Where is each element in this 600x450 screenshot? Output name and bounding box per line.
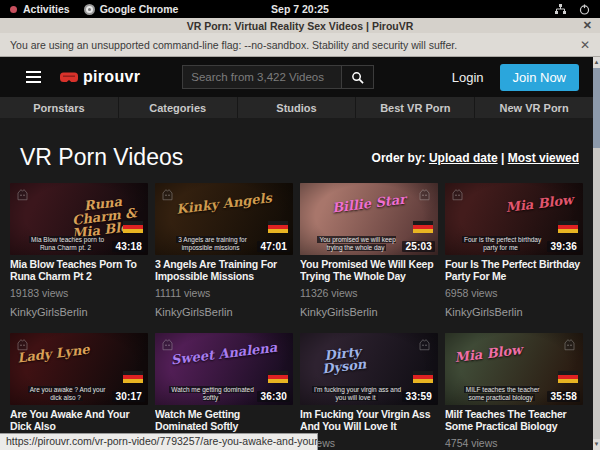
video-duration-badge: 33:59 — [402, 391, 435, 402]
video-title-link[interactable]: Four Is The Perfect Birthday Party For M… — [445, 258, 583, 282]
cat-mask-logo-icon — [15, 187, 30, 202]
studio-link[interactable]: KinkyGirlsBerlin — [10, 306, 148, 320]
vertical-scrollbar[interactable]: ▲ ▼ — [593, 57, 600, 450]
network-tree-icon[interactable] — [554, 4, 567, 15]
video-card[interactable]: Mia Blow Four is the perfect birthday pa… — [445, 183, 583, 320]
window-close-icon[interactable]: ✕ — [583, 18, 592, 33]
cat-mask-logo-icon — [160, 337, 175, 352]
join-now-button[interactable]: Join Now — [500, 64, 579, 91]
video-grid: Runa Charm & Mia Blow Mia Blow teaches p… — [0, 180, 593, 450]
german-flag-icon — [413, 371, 433, 383]
video-views: 4754 views — [445, 437, 583, 449]
video-card[interactable]: Billie Star You promised we will keep tr… — [300, 183, 438, 320]
status-url-tooltip: https://pirouvr.com/vr-porn-video/779325… — [0, 433, 318, 450]
video-card[interactable]: Mia Blow MILF teaches the teacher some p… — [445, 333, 583, 450]
video-duration-badge: 47:01 — [257, 241, 290, 252]
video-card[interactable]: Kinky Angels 3 Angels are training for i… — [155, 183, 293, 320]
thumbnail-caption-text: I'm fucking your virgin ass and you will… — [311, 386, 402, 402]
studio-link[interactable]: KinkyGirlsBerlin — [300, 306, 438, 320]
video-title-link[interactable]: You Promised We Will Keep Trying The Who… — [300, 258, 438, 282]
video-duration-badge: 36:30 — [257, 391, 290, 402]
video-title-link[interactable]: Im Fucking Your Virgin Ass And You Will … — [300, 408, 438, 432]
thumbnail-caption-text: 3 Angels are training for impossible mis… — [166, 236, 257, 252]
video-thumbnail[interactable]: Sweet Analena Watch me getting dominated… — [155, 333, 293, 405]
scrollbar-up-icon[interactable]: ▲ — [593, 57, 600, 68]
chrome-warning-bar: You are using an unsupported command-lin… — [0, 33, 600, 57]
nav-item-pornstars[interactable]: Pornstars — [0, 97, 118, 118]
scrollbar-down-icon[interactable]: ▼ — [593, 439, 600, 450]
nav-item-studios[interactable]: Studios — [237, 97, 356, 118]
power-icon[interactable] — [579, 4, 590, 15]
main-nav: Pornstars Categories Studios Best VR Por… — [0, 97, 593, 118]
german-flag-icon — [558, 371, 578, 383]
video-title-link[interactable]: Mia Blow Teaches Porn To Runa Charm Pt 2 — [10, 258, 148, 282]
video-thumbnail[interactable]: Lady Lyne Are you awake ? And your dick … — [10, 333, 148, 405]
video-title-link[interactable]: Milf Teaches The Teacher Some Practical … — [445, 408, 583, 432]
video-title-link[interactable]: 3 Angels Are Training For Impossible Mis… — [155, 258, 293, 282]
german-flag-icon — [123, 371, 143, 383]
vr-goggles-icon — [59, 72, 79, 83]
german-flag-icon — [413, 221, 433, 233]
browser-window: Activities Google Chrome Sep 7 20:25 VR … — [0, 0, 600, 450]
thumbnail-overlay-title: Mia Blow — [449, 342, 529, 365]
notification-dot-icon — [10, 6, 17, 13]
login-link[interactable]: Login — [452, 70, 484, 85]
activities-button[interactable]: Activities — [23, 3, 70, 15]
video-views: 11326 views — [300, 287, 438, 299]
window-title: VR Porn: Virtual Reality Sex Videos | Pi… — [187, 20, 414, 32]
thumbnail-overlay-title: Mia Blow — [500, 192, 580, 215]
video-views: 6958 views — [445, 287, 583, 299]
thumbnail-overlay-title: Billie Star — [300, 189, 438, 219]
site-logo[interactable]: pirouvr — [59, 68, 140, 86]
video-duration-badge: 30:17 — [112, 391, 145, 402]
warning-close-icon[interactable]: ✕ — [580, 38, 590, 52]
nav-item-best-vr-porn[interactable]: Best VR Porn — [355, 97, 474, 118]
site-logo-text: pirouvr — [83, 68, 140, 86]
thumbnail-overlay-title: Dirty Dyson — [303, 342, 384, 377]
studio-link[interactable]: KinkyGirlsBerlin — [155, 306, 293, 320]
search-icon — [351, 71, 364, 84]
thumbnail-overlay-title: Sweet Analena — [155, 339, 293, 369]
hamburger-menu-icon[interactable] — [26, 71, 41, 83]
video-duration-badge: 35:58 — [547, 391, 580, 402]
order-most-viewed-link[interactable]: Most viewed — [508, 151, 579, 165]
video-card[interactable]: Dirty Dyson I'm fucking your virgin ass … — [300, 333, 438, 450]
thumbnail-caption-text: MILF teaches the teacher some practical … — [456, 386, 547, 402]
order-separator: | — [501, 151, 504, 165]
chrome-icon — [84, 4, 95, 15]
video-duration-badge: 39:36 — [547, 241, 580, 252]
video-views: 19183 views — [10, 287, 148, 299]
focused-app-name[interactable]: Google Chrome — [100, 3, 179, 15]
video-card[interactable]: Runa Charm & Mia Blow Mia Blow teaches p… — [10, 183, 148, 320]
video-thumbnail[interactable]: Runa Charm & Mia Blow Mia Blow teaches p… — [10, 183, 148, 255]
warning-text: You are using an unsupported command-lin… — [10, 39, 457, 51]
video-thumbnail[interactable]: Mia Blow MILF teaches the teacher some p… — [445, 333, 583, 405]
video-thumbnail[interactable]: Kinky Angels 3 Angels are training for i… — [155, 183, 293, 255]
video-views: 5 views — [300, 437, 438, 449]
order-upload-date-link[interactable]: Upload date — [429, 151, 498, 165]
cat-mask-logo-icon — [160, 187, 175, 202]
nav-item-new-vr-porn[interactable]: New VR Porn — [474, 97, 593, 118]
search-input[interactable] — [182, 65, 342, 89]
thumbnail-overlay-title: Runa Charm & Mia Blow — [63, 192, 146, 240]
video-title-link[interactable]: Are You Awake And Your Dick Also — [10, 408, 148, 432]
video-thumbnail[interactable]: Billie Star You promised we will keep tr… — [300, 183, 438, 255]
video-duration-badge: 43:18 — [112, 241, 145, 252]
video-thumbnail[interactable]: Mia Blow Four is the perfect birthday pa… — [445, 183, 583, 255]
video-thumbnail[interactable]: Dirty Dyson I'm fucking your virgin ass … — [300, 333, 438, 405]
german-flag-icon — [123, 221, 143, 233]
nav-item-categories[interactable]: Categories — [118, 97, 237, 118]
site-header: pirouvr Login Join Now — [0, 57, 593, 97]
order-by-label: Order by: — [372, 151, 426, 165]
video-views: 11111 views — [155, 287, 293, 299]
video-title-link[interactable]: Watch Me Getting Dominated Softly — [155, 408, 293, 432]
scrollbar-thumb[interactable] — [593, 68, 600, 148]
page-content: VR Porn Videos Order by: Upload date | M… — [0, 118, 593, 450]
cat-mask-logo-icon — [562, 337, 577, 352]
thumbnail-caption-text: Four is the perfect birthday party for m… — [456, 236, 547, 252]
window-titlebar: VR Porn: Virtual Reality Sex Videos | Pi… — [0, 18, 600, 33]
search-button[interactable] — [342, 65, 374, 89]
german-flag-icon — [268, 371, 288, 383]
cat-mask-logo-icon — [417, 337, 432, 352]
studio-link[interactable]: KinkyGirlsBerlin — [445, 306, 583, 320]
